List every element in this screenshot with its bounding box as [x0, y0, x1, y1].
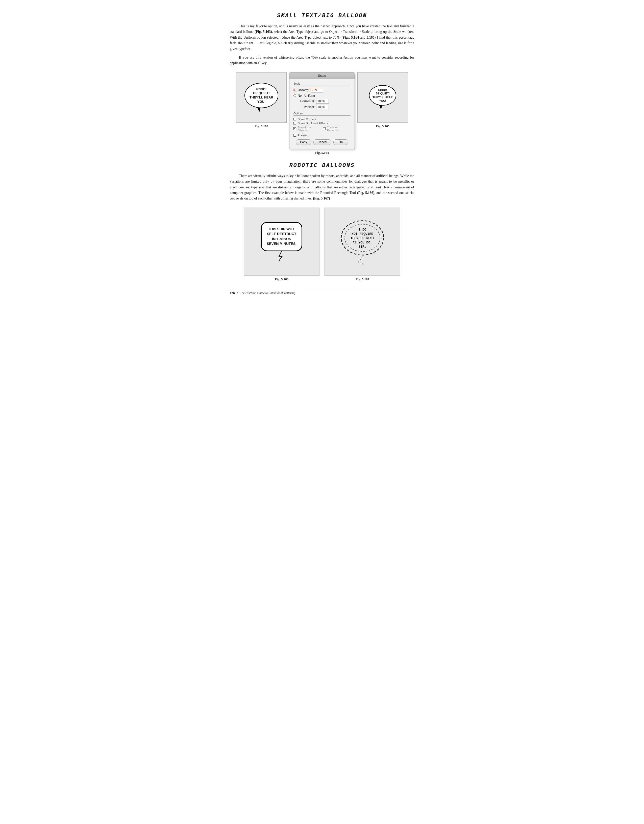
fig-166-image: THIS SHIP WILL SELF-DESTRUCT IN T-MINUS … [244, 208, 320, 276]
fig-166-panel: THIS SHIP WILL SELF-DESTRUCT IN T-MINUS … [244, 208, 320, 281]
uniform-radio[interactable] [294, 89, 296, 91]
section1-title: Small Text/Big Balloon [230, 12, 414, 19]
svg-text:SIR.: SIR. [358, 245, 366, 249]
svg-text:AS YOU DO,: AS YOU DO, [352, 241, 372, 244]
speech-tail-163 [257, 108, 260, 112]
transform-objects-checkbox[interactable]: ✓ [294, 127, 296, 130]
scale-strokes-row: Scale Strokes & Effects [294, 122, 350, 125]
transform-patterns-checkbox[interactable] [323, 127, 326, 130]
page-footer: 126 • The Essential Guide to Comic Book … [230, 289, 414, 295]
dialog-title: Scale [289, 72, 355, 79]
ok-button[interactable]: OK [334, 139, 348, 145]
uniform-input[interactable] [310, 88, 323, 92]
scale-corners-checkbox[interactable] [294, 118, 296, 120]
scale-dialog: Scale Scale Uniform: Non-Uniform Horiz [289, 72, 355, 149]
balloon-163-text: SHHH! BE QUIET! THEY'LL HEAR YOU! [249, 87, 273, 104]
vertical-value: 100% [316, 105, 329, 109]
fig-163-label: Fig. 5.163 [255, 124, 268, 128]
uniform-row: Uniform: [294, 88, 350, 92]
speech-balloon-163: SHHH! BE QUIET! THEY'LL HEAR YOU! [244, 83, 278, 108]
scale-section-label: Scale [294, 82, 350, 86]
section1-paragraph1: This is my favorite option, and is nearl… [230, 23, 414, 52]
scale-strokes-checkbox[interactable] [294, 122, 296, 125]
options-section: Options Scale Corners Scale Strokes & Ef… [294, 112, 350, 132]
lightning-tail-166 [277, 251, 287, 261]
preview-row: Preview [294, 134, 350, 137]
vertical-row: Vertical: 100% [298, 105, 350, 109]
scale-corners-row: Scale Corners [294, 118, 350, 121]
robot-oval-stack: I DO NOT REQUIRE AS MUCH REST AS YOU DO,… [340, 219, 385, 264]
svg-text:I DO: I DO [358, 228, 366, 232]
fig-167-label: Fig. 5.167 [356, 277, 369, 281]
fig-163-panel: SHHH! BE QUIET! THEY'LL HEAR YOU! Fig. 5… [236, 72, 287, 128]
preview-checkbox[interactable] [294, 134, 296, 137]
copy-button[interactable]: Copy [296, 139, 311, 145]
transform-patterns-label: Transform Patterns [327, 126, 350, 132]
non-uniform-label: Non-Uniform [298, 94, 315, 97]
fig-165-label: Fig. 5.165 [376, 124, 389, 128]
robot-balloon-rect: THIS SHIP WILL SELF-DESTRUCT IN T-MINUS … [261, 222, 302, 251]
dialog-body: Scale Uniform: Non-Uniform Horizontal: 1… [289, 79, 355, 149]
svg-text:AS MUCH REST: AS MUCH REST [350, 236, 374, 240]
page-footer-title: The Essential Guide to Comic Book Letter… [240, 291, 295, 295]
fig-167-panel: I DO NOT REQUIRE AS MUCH REST AS YOU DO,… [324, 208, 400, 281]
dialog-buttons: Copy Cancel OK [294, 139, 350, 145]
bottom-figures-row: THIS SHIP WILL SELF-DESTRUCT IN T-MINUS … [230, 208, 414, 281]
fig-167-image: I DO NOT REQUIRE AS MUCH REST AS YOU DO,… [324, 208, 400, 276]
fig-165-image: SHHH! BE QUIET! THEY'LL HEAR YOU! [357, 72, 408, 123]
preview-checkbox-row: Preview [294, 134, 350, 137]
vertical-label: Vertical: [298, 105, 315, 109]
page-number: 126 [230, 291, 235, 295]
fig-164-label: Fig. 5.164 [315, 151, 329, 155]
uniform-label: Uniform: [298, 88, 309, 92]
fig-166-label: Fig. 5.166 [275, 277, 288, 281]
balloon-165-text: SHHH! BE QUIET! THEY'LL HEAR YOU! [372, 88, 392, 103]
figures-row-1: SHHH! BE QUIET! THEY'LL HEAR YOU! Fig. 5… [230, 72, 414, 155]
scale-strokes-label: Scale Strokes & Effects [298, 122, 328, 125]
horizontal-row: Horizontal: 100% [298, 99, 350, 103]
bullet-separator: • [237, 291, 238, 295]
robot-balloon-text: THIS SHIP WILL SELF-DESTRUCT IN T-MINUS … [267, 227, 297, 246]
section2-paragraph1: There are virtually infinite ways to sty… [230, 173, 414, 201]
preview-label: Preview [298, 134, 308, 137]
non-uniform-row: Non-Uniform [294, 94, 350, 97]
robot-oval-svg: I DO NOT REQUIRE AS MUCH REST AS YOU DO,… [340, 219, 385, 259]
fig-165-panel: SHHH! BE QUIET! THEY'LL HEAR YOU! Fig. 5… [357, 72, 408, 128]
robot-tail-167 [355, 257, 370, 264]
speech-tail-165 [379, 105, 382, 109]
cancel-button[interactable]: Cancel [314, 139, 331, 145]
scale-corners-label: Scale Corners [298, 118, 316, 121]
fig-163-image: SHHH! BE QUIET! THEY'LL HEAR YOU! [236, 72, 287, 123]
transform-objects-row: ✓ Transform Objects Transform Patterns [294, 126, 350, 132]
speech-balloon-165: SHHH! BE QUIET! THEY'LL HEAR YOU! [369, 85, 396, 106]
svg-text:NOT REQUIRE: NOT REQUIRE [352, 232, 373, 236]
horizontal-label: Horizontal: [298, 100, 315, 103]
non-uniform-radio[interactable] [294, 94, 296, 97]
section1-paragraph2: If you use this version of whispering of… [230, 55, 414, 66]
transform-objects-label: Transform Objects [298, 126, 320, 132]
options-section-label: Options [294, 112, 350, 116]
section2-title: Robotic Balloons [230, 162, 414, 169]
fig-164-panel: Scale Scale Uniform: Non-Uniform Horiz [287, 72, 357, 155]
horizontal-value: 100% [316, 99, 329, 103]
